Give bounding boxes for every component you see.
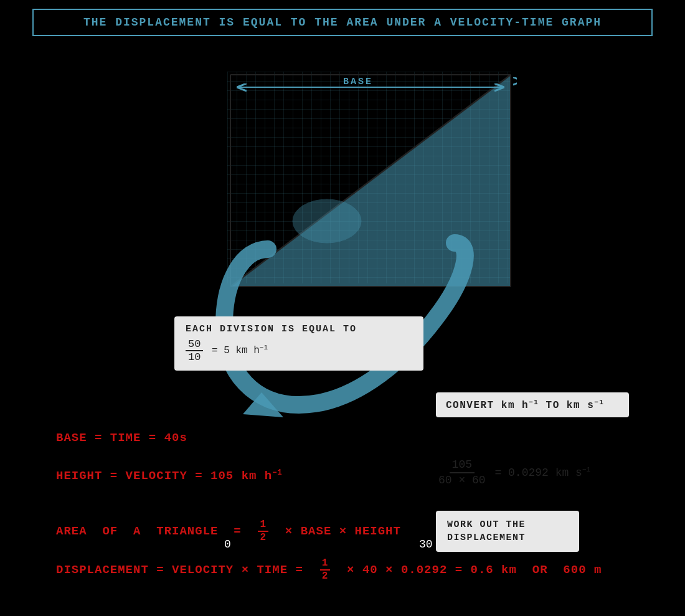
fraction-denominator: 60 × 60 [436,473,488,488]
half-fraction-disp: 1 2 [320,557,331,582]
division-fraction: 50 10 [186,338,203,363]
fraction-right: 105 60 × 60 = 0.0292 km s−1 [436,458,590,488]
fraction-numerator: 105 [450,458,475,473]
work-out-box: WORK OUT THE DISPLACEMENT [436,511,579,552]
equation-height: HEIGHT = VELOCITY = 105 km h−1 [56,468,283,483]
equation-displacement: DISPLACEMENT = VELOCITY × TIME = 1 2 × 4… [56,557,602,582]
division-result: = 5 km h−1 [212,345,268,356]
division-denominator: 10 [186,351,203,363]
division-title: EACH DIVISION IS EQUAL TO [186,324,412,334]
axis-label-30: 30 [419,538,433,551]
convert-text: CONVERT km h−1 TO km s−1 [446,400,604,411]
fraction-105: 105 60 × 60 [436,458,488,488]
convert-box: CONVERT km h−1 TO km s−1 [436,392,629,417]
svg-text:BASE: BASE [343,77,373,87]
banner-text: THE DISPLACEMENT IS EQUAL TO THE AREA UN… [83,16,602,29]
division-numerator: 50 [186,338,203,351]
work-out-text: WORK OUT THE DISPLACEMENT [447,518,568,544]
equation-base: BASE = TIME = 40s [56,431,187,445]
top-banner: THE DISPLACEMENT IS EQUAL TO THE AREA UN… [32,9,653,36]
equation-area: AREA OF A TRIANGLE = 1 2 × BASE × HEIGHT [56,519,401,544]
fraction-result: = 0.0292 km s−1 [494,467,590,479]
division-info-box: EACH DIVISION IS EQUAL TO 50 10 = 5 km h… [174,316,423,371]
half-fraction-area: 1 2 [258,519,268,544]
division-formula: 50 10 = 5 km h−1 [186,338,412,363]
